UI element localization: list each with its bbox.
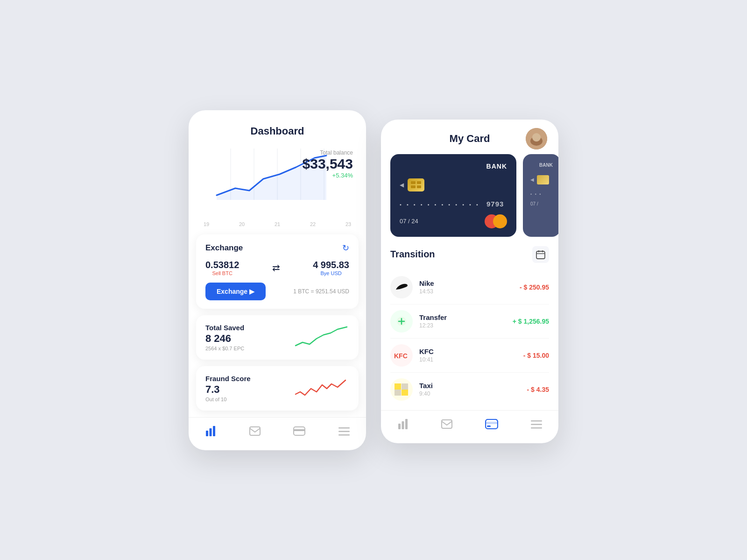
avatar-image — [526, 128, 547, 149]
transfer-icon — [390, 310, 413, 333]
svg-rect-37 — [486, 422, 498, 424]
nike-name: Nike — [419, 279, 520, 287]
svg-rect-7 — [210, 428, 212, 436]
kfc-name: KFC — [419, 347, 523, 355]
kfc-icon: KFC — [390, 344, 413, 367]
svg-rect-34 — [405, 419, 408, 429]
bank-card-main[interactable]: BANK ◀ • • • • • • • • • • • • 9793 — [390, 154, 516, 237]
svg-text:KFC: KFC — [394, 352, 408, 360]
svg-rect-6 — [206, 431, 208, 436]
card-chip-row: ◀ — [400, 178, 507, 191]
exchange-arrows-icon: ⇄ — [272, 262, 280, 273]
x-label-21: 21 — [275, 221, 280, 227]
refresh-icon[interactable]: ↻ — [342, 243, 349, 253]
transfer-time: 12:23 — [419, 322, 513, 329]
total-saved-value: 8 246 — [205, 333, 244, 345]
svg-rect-32 — [398, 424, 401, 429]
taxi-icon — [390, 378, 413, 401]
svg-rect-8 — [213, 426, 215, 436]
kfc-time: 10:41 — [419, 356, 523, 363]
exchange-bottom: Exchange ▶ 1 BTC = 9251.54 USD — [205, 283, 349, 300]
sell-amount: 0.53812 — [205, 260, 239, 270]
card-dots: • • • • • • • • • • • • 9793 — [400, 200, 507, 208]
svg-rect-40 — [531, 424, 542, 425]
mycard-nav-card-icon[interactable] — [485, 419, 498, 432]
bank-card-secondary[interactable]: BANK ◀ • • • 07 / — [523, 154, 558, 237]
transfer-name: Transfer — [419, 313, 513, 321]
sell-label: Sell BTC — [205, 270, 239, 276]
transaction-nike[interactable]: Nike 14:53 - $ 250.95 — [390, 270, 549, 305]
balance-change: +5.34% — [303, 172, 353, 179]
svg-rect-35 — [442, 420, 452, 428]
saved-mini-chart — [293, 325, 349, 350]
buy-amount: 4 995.83 — [313, 260, 349, 270]
transition-title: Transition — [390, 249, 435, 260]
fraud-mini-chart — [293, 376, 349, 401]
mycard-nav-menu-icon[interactable] — [531, 419, 542, 432]
transition-header: Transition — [390, 246, 549, 263]
mycard-nav-mail-icon[interactable] — [441, 419, 452, 432]
total-saved-info: Total Saved 8 246 2564 x $0.7 EPC — [205, 324, 244, 351]
bank-label: BANK — [400, 163, 507, 170]
fraud-score-card: Fraund Score 7.3 Out of 10 — [196, 366, 359, 411]
mycard-bottom-nav — [381, 410, 558, 443]
svg-rect-13 — [338, 431, 350, 432]
fraud-score-sub: Out of 10 — [205, 397, 251, 402]
mastercard-logo — [485, 214, 507, 228]
exchange-title: Exchange — [205, 243, 243, 253]
exchange-values: 0.53812 Sell BTC ⇄ 4 995.83 Bye USD — [205, 260, 349, 276]
total-saved-content: Total Saved 8 246 2564 x $0.7 EPC — [205, 324, 349, 351]
exchange-header: Exchange ↻ — [205, 243, 349, 253]
x-label-19: 19 — [204, 221, 209, 227]
svg-rect-9 — [250, 427, 260, 435]
balance-amount: $33,543 — [303, 156, 353, 172]
exchange-card: Exchange ↻ 0.53812 Sell BTC ⇄ 4 995.83 B… — [196, 234, 359, 309]
dashboard-phone: Dashboard Total balance $33,5 — [189, 110, 366, 450]
svg-rect-31 — [395, 390, 401, 396]
mycard-nav-dashboard-icon[interactable] — [397, 419, 409, 432]
svg-rect-12 — [338, 427, 350, 429]
exchange-sell: 0.53812 Sell BTC — [205, 260, 239, 276]
taxi-amount: - $ 4.35 — [527, 386, 549, 393]
total-saved-card: Total Saved 8 246 2564 x $0.7 EPC — [196, 315, 359, 360]
transaction-kfc[interactable]: KFC KFC 10:41 - $ 15.00 — [390, 339, 549, 373]
svg-rect-41 — [531, 427, 542, 429]
exchange-button[interactable]: Exchange ▶ — [205, 283, 266, 300]
nav-mail-icon[interactable] — [249, 426, 261, 439]
x-label-23: 23 — [345, 221, 351, 227]
buy-label: Bye USD — [313, 270, 349, 276]
mc-orange-circle — [493, 214, 507, 228]
svg-rect-33 — [402, 421, 404, 429]
x-label-22: 22 — [310, 221, 316, 227]
fraud-score-info: Fraund Score 7.3 Out of 10 — [205, 375, 251, 402]
fraud-score-label: Fraund Score — [205, 375, 251, 383]
exchange-buy: 4 995.83 Bye USD — [313, 260, 349, 276]
fraud-score-value: 7.3 — [205, 383, 251, 396]
transfer-info: Transfer 12:23 — [419, 313, 513, 329]
mycard-title: My Card — [392, 133, 547, 145]
taxi-name: Taxi — [419, 382, 527, 390]
x-label-20: 20 — [239, 221, 245, 227]
nike-time: 14:53 — [419, 288, 520, 295]
card-expiry: 07 / 24 — [400, 218, 418, 225]
svg-rect-38 — [487, 425, 491, 427]
mycard-phone: My Card BANK — [381, 120, 558, 443]
kfc-info: KFC 10:41 — [419, 347, 523, 363]
transaction-taxi[interactable]: Taxi 9:40 - $ 4.35 — [390, 373, 549, 406]
svg-rect-19 — [536, 251, 545, 259]
card-bottom-row: 07 / 24 — [400, 214, 507, 228]
svg-rect-39 — [531, 420, 542, 422]
svg-rect-28 — [395, 383, 401, 390]
nav-card-icon[interactable] — [293, 426, 305, 439]
dashboard-title: Dashboard — [251, 125, 304, 137]
svg-rect-11 — [294, 429, 305, 431]
kfc-amount: - $ 15.00 — [523, 352, 549, 359]
chart-area: Total balance $33,543 +5.34% — [189, 145, 366, 220]
nav-menu-icon[interactable] — [338, 426, 350, 439]
nav-dashboard-icon[interactable] — [205, 426, 216, 439]
fraud-score-content: Fraund Score 7.3 Out of 10 — [205, 375, 349, 402]
dashboard-bottom-nav — [189, 417, 366, 450]
transaction-transfer[interactable]: Transfer 12:23 + $ 1,256.95 — [390, 305, 549, 339]
transfer-amount: + $ 1,256.95 — [513, 318, 549, 325]
calendar-icon[interactable] — [532, 246, 549, 263]
